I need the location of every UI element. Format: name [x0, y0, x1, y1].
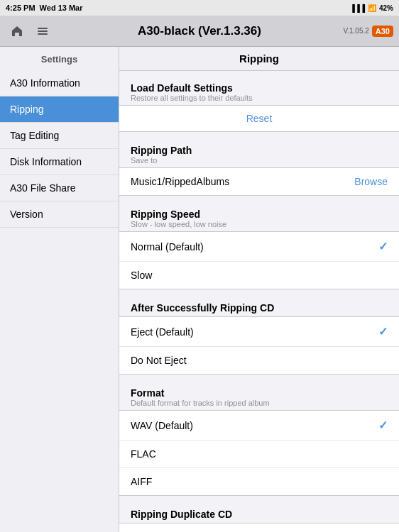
ripping-speed-title: Ripping Speed	[131, 209, 388, 220]
path-row: Music1/RippedAlbums Browse	[119, 167, 399, 196]
after-ripping-eject-check: ✓	[378, 325, 388, 338]
sidebar-item-tag-editing[interactable]: Tag Editing	[0, 123, 119, 149]
sidebar: Settings A30 Information Ripping Tag Edi…	[0, 47, 119, 532]
ripping-duplicate-append[interactable]: Append (Default) ✓	[119, 523, 399, 532]
ripping-duplicate-options: Append (Default) ✓ Skip Overwrite	[119, 523, 399, 532]
load-defaults-title-block: Load Default Settings Restore all settin…	[119, 78, 399, 105]
ripping-path-title: Ripping Path	[131, 145, 388, 156]
after-ripping-title-block: After Successfully Ripping CD	[119, 298, 399, 316]
main-layout: Settings A30 Information Ripping Tag Edi…	[0, 47, 399, 532]
wifi-icon: 📶	[368, 4, 376, 12]
ripping-speed-subtitle: Slow - low speed, low noise	[131, 220, 388, 228]
section-ripping-speed: Ripping Speed Slow - low speed, low nois…	[119, 204, 399, 289]
svg-rect-2	[38, 33, 48, 35]
signal-icon: ▐▐▐	[350, 4, 365, 12]
format-title-block: Format Default format for tracks in ripp…	[119, 383, 399, 410]
browse-button[interactable]: Browse	[354, 176, 388, 187]
format-aiff-label: AIFF	[131, 476, 152, 487]
status-right: ▐▐▐ 📶 42%	[350, 4, 393, 12]
content-area: Ripping Load Default Settings Restore al…	[119, 47, 399, 532]
sidebar-item-version[interactable]: Version	[0, 201, 119, 228]
ripping-speed-title-block: Ripping Speed Slow - low speed, low nois…	[119, 204, 399, 231]
sidebar-header: Settings	[0, 47, 119, 70]
section-format: Format Default format for tracks in ripp…	[119, 383, 399, 496]
format-options: WAV (Default) ✓ FLAC AIFF	[119, 410, 399, 496]
ripping-speed-normal[interactable]: Normal (Default) ✓	[119, 232, 399, 262]
header: A30-black (Ver.1.3.36) V.1.05.2 A30	[0, 16, 399, 47]
menu-button[interactable]	[33, 21, 53, 41]
ripping-speed-options: Normal (Default) ✓ Slow	[119, 231, 399, 289]
load-defaults-title: Load Default Settings	[131, 82, 388, 94]
section-after-ripping: After Successfully Ripping CD Eject (Def…	[119, 298, 399, 375]
ripping-speed-slow-label: Slow	[131, 270, 152, 281]
header-icons	[7, 21, 53, 41]
format-flac-label: FLAC	[131, 448, 156, 460]
format-wav-check: ✓	[378, 419, 388, 432]
after-ripping-eject-label: Eject (Default)	[131, 326, 194, 338]
version-info: V.1.05.2 A30	[343, 26, 393, 37]
reset-row: Reset	[119, 105, 399, 132]
ripping-speed-normal-label: Normal (Default)	[131, 241, 204, 253]
ripping-duplicate-title: Ripping Duplicate CD	[131, 509, 388, 520]
section-ripping-path: Ripping Path Save to Music1/RippedAlbums…	[119, 140, 399, 196]
ripping-duplicate-title-block: Ripping Duplicate CD	[119, 504, 399, 523]
sidebar-item-disk-information[interactable]: Disk Information	[0, 149, 119, 175]
ripping-path-title-block: Ripping Path Save to	[119, 140, 399, 167]
section-ripping-duplicate: Ripping Duplicate CD Append (Default) ✓ …	[119, 504, 399, 532]
after-ripping-do-not-eject-label: Do Not Eject	[131, 355, 187, 366]
format-title: Format	[131, 387, 388, 399]
sidebar-item-a30-info[interactable]: A30 Information	[0, 70, 119, 96]
ripping-path-subtitle: Save to	[131, 156, 388, 165]
after-ripping-options: Eject (Default) ✓ Do Not Eject	[119, 316, 399, 375]
content-header: Ripping	[119, 47, 399, 71]
after-ripping-do-not-eject[interactable]: Do Not Eject	[119, 347, 399, 374]
svg-rect-1	[38, 31, 48, 32]
sidebar-item-ripping[interactable]: Ripping	[0, 96, 119, 123]
status-bar: 4:25 PM Wed 13 Mar ▐▐▐ 📶 42%	[0, 0, 399, 16]
version-text: V.1.05.2	[343, 27, 368, 35]
format-aiff[interactable]: AIFF	[119, 468, 399, 495]
a30-badge: A30	[372, 26, 393, 37]
ripping-speed-slow[interactable]: Slow	[119, 262, 399, 289]
ripping-speed-normal-check: ✓	[378, 240, 388, 253]
section-load-defaults: Load Default Settings Restore all settin…	[119, 78, 399, 132]
status-time: 4:25 PM	[6, 4, 35, 12]
status-left: 4:25 PM Wed 13 Mar	[6, 4, 83, 12]
format-flac[interactable]: FLAC	[119, 440, 399, 468]
format-wav-label: WAV (Default)	[131, 420, 193, 431]
home-button[interactable]	[7, 21, 27, 41]
load-defaults-subtitle: Restore all settings to their defaults	[131, 94, 388, 102]
after-ripping-eject[interactable]: Eject (Default) ✓	[119, 317, 399, 347]
svg-rect-0	[38, 28, 48, 29]
content-body: Load Default Settings Restore all settin…	[119, 71, 399, 532]
after-ripping-title: After Successfully Ripping CD	[131, 302, 388, 314]
path-value: Music1/RippedAlbums	[131, 176, 229, 187]
battery-text: 42%	[379, 4, 393, 12]
reset-button[interactable]: Reset	[246, 113, 273, 124]
format-wav[interactable]: WAV (Default) ✓	[119, 411, 399, 440]
format-subtitle: Default format for tracks in ripped albu…	[131, 399, 388, 407]
header-title: A30-black (Ver.1.3.36)	[138, 24, 261, 38]
sidebar-item-a30-file-share[interactable]: A30 File Share	[0, 175, 119, 201]
status-date: Wed 13 Mar	[40, 4, 83, 12]
